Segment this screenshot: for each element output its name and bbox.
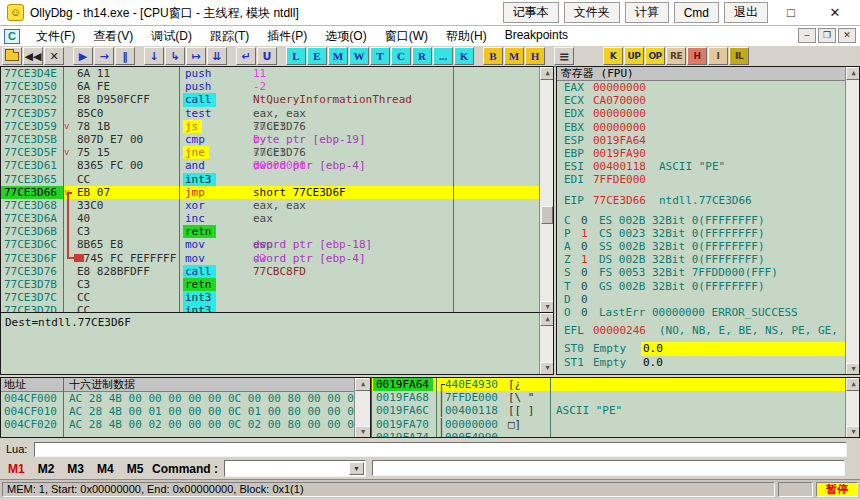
- m-slot-M3[interactable]: M3: [67, 462, 84, 476]
- scroll-down-button[interactable]: ▼: [846, 426, 860, 438]
- close-program-button[interactable]: ✕: [44, 47, 64, 65]
- flag-row[interactable]: P1CS 0023 32Bit 0(FFFFFFFF): [557, 227, 845, 240]
- instruction-address[interactable]: 77CE3D68: [4, 199, 57, 212]
- mdi-close-button[interactable]: ✕: [838, 28, 856, 43]
- registers-scrollbar[interactable]: ▲ ▼: [845, 67, 860, 375]
- menu-item-帮助(H)[interactable]: 帮助(H): [437, 28, 496, 45]
- column-divider[interactable]: [550, 378, 551, 438]
- close-button[interactable]: ✕: [824, 4, 846, 22]
- instruction-address[interactable]: 77CE3D7B: [4, 278, 57, 291]
- scroll-down-button[interactable]: ▼: [846, 363, 860, 375]
- flag-row[interactable]: S0FS 0053 32Bit 7FFDD000(FFF): [557, 266, 845, 279]
- plugin-UP-button[interactable]: UP: [624, 47, 644, 65]
- register-row[interactable]: ESI00400118ASCII "PE": [557, 160, 845, 173]
- fpu-row[interactable]: ST1Empty0.0: [557, 356, 845, 369]
- disasm-row[interactable]: 77CE3D5785C0testeax, eax: [1, 107, 553, 120]
- instruction-address[interactable]: 77CE3D7D: [4, 304, 57, 313]
- menu-item-Breakpoints[interactable]: Breakpoints: [496, 28, 577, 45]
- register-row[interactable]: EDI7FFDE000: [557, 173, 845, 186]
- menu-item-跟踪(T)[interactable]: 跟踪(T): [201, 28, 258, 45]
- menu-item-查看(V)[interactable]: 查看(V): [84, 28, 142, 45]
- m-slot-M2[interactable]: M2: [38, 462, 55, 476]
- disasm-row[interactable]: 77CE3D52E8 D950FCFFcallNtQueryInformatio…: [1, 93, 553, 106]
- restart-button[interactable]: ◀◀: [23, 47, 43, 65]
- instruction-address[interactable]: 77CE3D6C: [4, 238, 57, 251]
- plugin-H-button[interactable]: H: [687, 47, 707, 65]
- flag-row[interactable]: O0LastErr 00000000 ERROR_SUCCESS: [557, 306, 845, 319]
- command-combobox[interactable]: ▼: [224, 460, 366, 477]
- scroll-up-button[interactable]: ▲: [355, 378, 371, 391]
- stack-scrollbar[interactable]: ▲ ▼: [845, 378, 860, 438]
- m-slot-M4[interactable]: M4: [97, 462, 114, 476]
- mdi-minimize-button[interactable]: –: [798, 28, 816, 43]
- window-T-button[interactable]: T: [370, 47, 390, 65]
- disasm-row[interactable]: 77CE3D66vEB 07jmpshort 77CE3D6F: [1, 186, 539, 199]
- disasm-row[interactable]: 77CE3D6C8B65 E8movesp, dword ptr [ebp-18…: [1, 238, 553, 251]
- instruction-address[interactable]: 77CE3D6B: [4, 225, 57, 238]
- info-pane[interactable]: Dest=ntdll.77CE3D6F ▲ ▼: [0, 313, 554, 375]
- open-file-button[interactable]: [2, 47, 22, 65]
- disasm-row[interactable]: 77CE3D6BC3retn: [1, 225, 553, 238]
- window-C-button[interactable]: C: [391, 47, 411, 65]
- dump-row[interactable]: 004CF020AC 28 4B 00 02 00 00 00 0C 02 00…: [1, 418, 354, 431]
- disasm-row[interactable]: 77CE3D7DCCint3: [1, 304, 553, 313]
- instruction-address[interactable]: 77CE3D66: [1, 186, 63, 199]
- column-divider[interactable]: [179, 67, 180, 313]
- scroll-up-button[interactable]: ▲: [540, 313, 554, 326]
- system-menu-icon[interactable]: C: [4, 29, 20, 44]
- fpu-row[interactable]: ST0Empty0.0: [557, 342, 845, 355]
- animate-over-button[interactable]: ⇊: [207, 47, 227, 65]
- stack-row[interactable]: 0019FA64┌440E4930[¿: [372, 378, 845, 391]
- scroll-up-button[interactable]: ▲: [846, 378, 860, 391]
- instruction-address[interactable]: 77CE3D65: [4, 173, 57, 186]
- disasm-row[interactable]: 77CE3D4E6A 11push11: [1, 67, 553, 80]
- plugin-K-button[interactable]: K: [603, 47, 623, 65]
- column-divider[interactable]: [453, 67, 454, 313]
- instruction-address[interactable]: 77CE3D7C: [4, 291, 57, 304]
- menu-item-调试(D)[interactable]: 调试(D): [142, 28, 201, 45]
- efl-row[interactable]: EFL00000246(NO, NB, E, BE, NS, PE, GE, L…: [557, 324, 845, 337]
- flag-row[interactable]: A0SS 002B 32Bit 0(FFFFFFFF): [557, 240, 845, 253]
- instruction-address[interactable]: 77CE3D59: [4, 120, 57, 133]
- registers-pane[interactable]: 寄存器 (FPU) EAX00000000ECXCA070000EDX00000…: [556, 66, 860, 375]
- window-K-button[interactable]: K: [454, 47, 474, 65]
- titlebar-button-文件夹[interactable]: 文件夹: [564, 2, 620, 23]
- menu-item-插件(P)[interactable]: 插件(P): [258, 28, 316, 45]
- step-into-button[interactable]: ↓: [144, 47, 164, 65]
- scroll-down-button[interactable]: ▼: [355, 426, 371, 438]
- disasm-row[interactable]: 77CE3D76E8 828BFDFFcall77CBC8FD: [1, 265, 553, 278]
- stack-row[interactable]: 0019FA74└000E4990: [372, 431, 845, 438]
- execute-till-return-button[interactable]: ↵: [236, 47, 256, 65]
- scroll-down-button[interactable]: ▼: [540, 301, 554, 313]
- flag-row[interactable]: D0: [557, 293, 845, 306]
- m-slot-M1[interactable]: M1: [8, 462, 25, 476]
- dump-row[interactable]: 004CF000AC 28 4B 00 00 00 00 00 0C 00 00…: [1, 392, 354, 405]
- plugin-RE-button[interactable]: RE: [666, 47, 686, 65]
- instruction-address[interactable]: 77CE3D6F: [4, 252, 57, 265]
- scroll-up-button[interactable]: ▲: [846, 67, 860, 80]
- instruction-address[interactable]: 77CE3D57: [4, 107, 57, 120]
- titlebar-button-计算[interactable]: 计算: [625, 2, 669, 23]
- titlebar-button-Cmd[interactable]: Cmd: [674, 2, 719, 23]
- stack-row[interactable]: 0019FA68│7FFDE000[\ ": [372, 391, 845, 404]
- disasm-row[interactable]: 77CE3D5Fv75 15jneshort 77CE3D76: [1, 146, 553, 159]
- instruction-address[interactable]: 77CE3D61: [4, 159, 57, 172]
- titlebar-button-记事本[interactable]: 记事本: [503, 2, 559, 23]
- scrollbar-thumb[interactable]: [541, 206, 553, 224]
- instruction-address[interactable]: 77CE3D76: [4, 265, 57, 278]
- disasm-row[interactable]: 77CE3D59v78 1Bjsshort 77CE3D76: [1, 120, 553, 133]
- instruction-address[interactable]: 77CE3D50: [4, 80, 57, 93]
- disasm-row[interactable]: 77CE3D506A FEpush-2: [1, 80, 553, 93]
- register-row[interactable]: ECXCA070000: [557, 94, 845, 107]
- info-scrollbar[interactable]: ▲ ▼: [539, 313, 554, 375]
- column-divider[interactable]: [436, 378, 437, 438]
- flag-row[interactable]: C0ES 002B 32Bit 0(FFFFFFFF): [557, 214, 845, 227]
- window-R-button[interactable]: R: [412, 47, 432, 65]
- register-row[interactable]: EBP0019FA90: [557, 147, 845, 160]
- plugin-IL-button[interactable]: IL: [729, 47, 749, 65]
- combobox-dropdown-button[interactable]: ▼: [349, 462, 364, 475]
- disasm-row[interactable]: 77CE3D6A40inceax: [1, 212, 553, 225]
- instruction-address[interactable]: 77CE3D52: [4, 93, 57, 106]
- dump-scrollbar[interactable]: ▲ ▼: [354, 378, 371, 438]
- panel-B-button[interactable]: B: [483, 47, 503, 65]
